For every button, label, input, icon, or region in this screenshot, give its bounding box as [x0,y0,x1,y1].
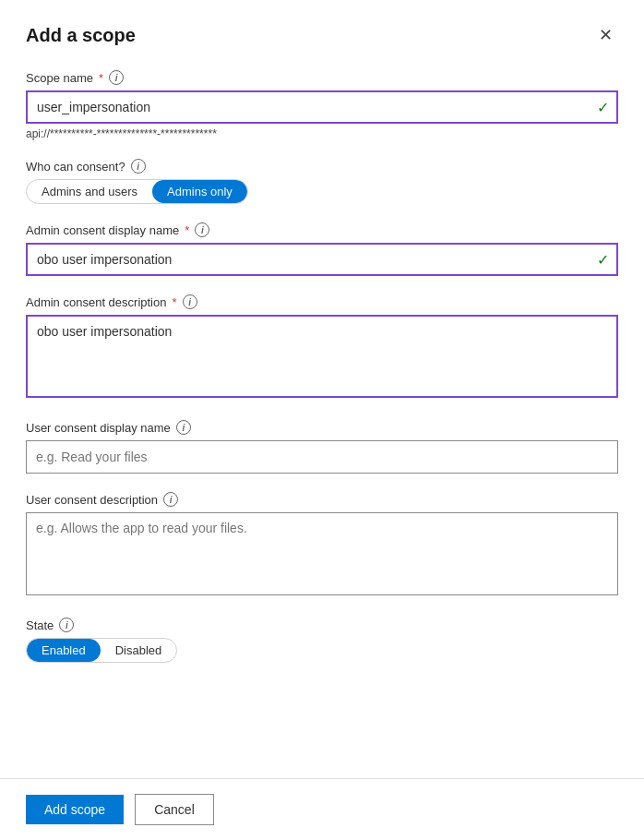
who-can-consent-toggle: Admins and users Admins only [26,179,248,204]
dialog-footer: Add scope Cancel [0,778,644,840]
admin-consent-display-name-input-wrapper: ✓ [26,243,618,276]
close-button[interactable]: ✕ [592,22,618,48]
admin-consent-display-name-group: Admin consent display name * i ✓ [26,222,618,276]
scope-name-required: * [99,71,103,85]
admin-consent-description-required: * [172,295,176,309]
admin-consent-display-name-checkmark: ✓ [597,251,609,269]
user-consent-display-name-label: User consent display name i [26,420,618,435]
user-consent-description-textarea[interactable] [26,512,618,595]
close-icon: ✕ [599,25,613,45]
admin-consent-display-name-label-text: Admin consent display name [26,223,179,237]
scope-name-group: Scope name * i ✓ api://**********-******… [26,70,618,140]
admin-consent-description-label: Admin consent description * i [26,294,618,309]
scope-name-input-wrapper: ✓ [26,90,618,124]
who-can-consent-label: Who can consent? i [26,159,618,174]
who-can-consent-info-icon[interactable]: i [131,159,146,174]
user-consent-display-name-label-text: User consent display name [26,421,171,435]
scope-name-label: Scope name * i [26,70,618,85]
dialog-title: Add a scope [26,25,136,46]
scope-name-info-icon[interactable]: i [109,70,124,85]
admins-and-users-btn[interactable]: Admins and users [27,180,152,203]
scope-name-checkmark: ✓ [597,99,609,116]
dialog-header: Add a scope ✕ [0,0,644,63]
admin-consent-display-name-info-icon[interactable]: i [195,222,209,237]
user-consent-description-group: User consent description i [26,492,618,599]
state-disabled-btn[interactable]: Disabled [101,639,177,662]
admin-consent-display-name-input[interactable] [26,243,618,276]
dialog-body: Scope name * i ✓ api://**********-******… [0,63,644,778]
state-toggle: Enabled Disabled [26,638,177,663]
user-consent-description-info-icon[interactable]: i [163,492,178,507]
state-label: State i [26,618,618,632]
scope-name-input[interactable] [26,90,618,124]
state-group: State i Enabled Disabled [26,618,618,663]
cancel-button[interactable]: Cancel [135,794,214,825]
admin-consent-description-info-icon[interactable]: i [183,294,197,309]
scope-name-label-text: Scope name [26,71,93,85]
admin-consent-display-name-required: * [185,223,189,237]
api-url-display: api://**********-**************-********… [26,127,618,140]
user-consent-description-label-text: User consent description [26,493,158,507]
state-enabled-btn[interactable]: Enabled [27,639,101,662]
admins-only-btn[interactable]: Admins only [152,180,247,203]
user-consent-display-name-input[interactable] [26,440,618,474]
add-scope-button[interactable]: Add scope [26,795,124,824]
who-can-consent-group: Who can consent? i Admins and users Admi… [26,159,618,204]
who-can-consent-label-text: Who can consent? [26,160,125,174]
user-consent-description-label: User consent description i [26,492,618,507]
user-consent-display-name-input-wrapper [26,440,618,474]
state-label-text: State [26,618,54,632]
admin-consent-description-group: Admin consent description * i obo user i… [26,294,618,402]
user-consent-display-name-group: User consent display name i [26,420,618,474]
admin-consent-display-name-label: Admin consent display name * i [26,222,618,237]
admin-consent-description-label-text: Admin consent description [26,295,166,309]
add-scope-dialog: Add a scope ✕ Scope name * i ✓ api://***… [0,0,644,840]
state-info-icon[interactable]: i [59,618,74,632]
user-consent-display-name-info-icon[interactable]: i [176,420,191,435]
admin-consent-description-textarea[interactable]: obo user impersonation [26,315,618,398]
